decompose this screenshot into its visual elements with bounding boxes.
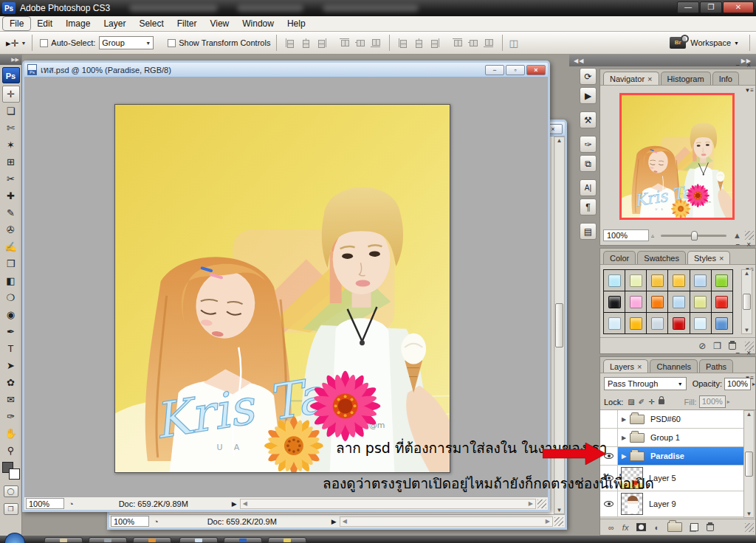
app-maximize-button[interactable]: ❐ (700, 1, 722, 13)
fill-spinner-icon[interactable]: ▸ (727, 398, 730, 405)
bg-doc-horizontal-scrollbar[interactable]: ◀▶ (340, 516, 553, 527)
style-swatch[interactable] (625, 291, 646, 312)
styles-scrollbar[interactable]: ▲▼ (741, 269, 752, 334)
doc-restore-button[interactable]: ▫ (506, 65, 525, 75)
actions-panel-icon[interactable]: ▶ (580, 87, 597, 104)
foreground-background-swatches[interactable] (2, 462, 20, 480)
taskbar-button[interactable] (133, 537, 171, 543)
style-swatch[interactable] (604, 270, 625, 291)
adjustment-layer-icon[interactable]: ◐ (654, 523, 659, 532)
tab-info[interactable]: Info (712, 72, 739, 85)
doc-minimize-button[interactable]: − (485, 65, 504, 75)
style-swatch[interactable] (690, 291, 711, 312)
style-swatch[interactable] (647, 270, 667, 291)
new-style-icon[interactable]: ❐ (713, 341, 721, 351)
tab-paths[interactable]: Paths (699, 359, 733, 373)
style-swatch[interactable] (647, 313, 667, 333)
align-left-icon[interactable] (339, 38, 350, 48)
paragraph-panel-icon[interactable]: ¶ (580, 198, 597, 215)
blur-tool-button[interactable]: ❍ (2, 289, 20, 306)
distribute-vcenter-icon[interactable] (413, 38, 425, 48)
clone-source-panel-icon[interactable]: ⧉ (580, 155, 597, 172)
status-flyout-icon[interactable]: ▶ (229, 500, 240, 508)
expand-arrow-icon[interactable]: ▶ (618, 435, 630, 441)
tool-preset-dropdown-icon[interactable]: ▼ (21, 41, 26, 46)
clear-style-icon[interactable]: ⊘ (698, 341, 706, 351)
panel-close-icon[interactable]: × (746, 241, 753, 249)
auto-select-checkbox[interactable] (40, 39, 48, 47)
style-swatch[interactable] (690, 313, 711, 333)
navigator-zoom-slider[interactable] (661, 235, 726, 237)
tab-styles[interactable]: Styles× (687, 251, 730, 264)
distribute-top-icon[interactable] (398, 38, 409, 48)
doc-horizontal-scrollbar[interactable]: ◀▶ (240, 499, 536, 509)
layer-comps-panel-icon[interactable]: ▤ (580, 223, 597, 240)
auto-align-layers-icon[interactable]: ◫ (509, 38, 518, 49)
slider-thumb[interactable] (691, 231, 698, 241)
doc-zoom-field[interactable]: 100% (26, 498, 64, 509)
document-titlebar[interactable]: เทส.psd @ 100% (Paradise, RGB/8) − ▫ × (24, 63, 548, 77)
distribute-left-icon[interactable] (452, 38, 463, 48)
expand-arrow-icon[interactable]: ▶ (618, 453, 630, 460)
bg-doc-zoom-field[interactable]: 100% (111, 516, 149, 527)
new-layer-icon[interactable] (690, 523, 698, 531)
tab-channels[interactable]: Channels (650, 359, 697, 373)
style-swatch[interactable] (604, 291, 625, 312)
menu-filter[interactable]: Filter (171, 17, 204, 30)
navigator-zoom-field[interactable]: 100% (603, 229, 649, 241)
lock-transparency-icon[interactable]: ▨ (628, 398, 634, 406)
menu-help[interactable]: Help (281, 17, 312, 30)
layer-row-psd60[interactable]: ▶ PSD#60 (600, 410, 745, 429)
tab-color[interactable]: Color (603, 251, 636, 264)
tab-layers[interactable]: Layers× (603, 359, 648, 373)
style-swatch[interactable] (712, 270, 732, 291)
tool-presets-panel-icon[interactable]: ⚒ (580, 111, 597, 128)
panel-minimize-icon[interactable]: − (736, 61, 743, 69)
style-swatch[interactable] (625, 270, 646, 291)
screen-mode-button[interactable]: ❐ (4, 503, 18, 515)
notes-tool-button[interactable]: ✉ (2, 391, 20, 408)
new-group-icon[interactable] (667, 522, 682, 532)
app-minimize-button[interactable]: — (677, 1, 699, 13)
hand-tool-button[interactable]: ✋ (2, 425, 20, 442)
menu-layer[interactable]: Layer (97, 17, 132, 30)
dock-collapse-icon[interactable]: ◀◀ (574, 58, 584, 64)
resize-grip[interactable] (554, 517, 563, 526)
path-selection-tool-button[interactable]: ➤ (2, 357, 20, 374)
doc-close-button[interactable]: × (526, 65, 546, 75)
status-flyout-icon[interactable]: ▶ (329, 518, 340, 525)
link-layers-icon[interactable]: ∞ (608, 523, 614, 532)
tab-swatches[interactable]: Swatches (637, 251, 686, 264)
move-tool-button[interactable]: ✛ (2, 86, 20, 103)
align-bottom-icon[interactable] (316, 38, 327, 48)
eyedropper-tool-button[interactable]: ✑ (2, 408, 20, 425)
style-swatch[interactable] (668, 313, 689, 333)
taskbar-button[interactable] (224, 537, 262, 543)
menu-edit[interactable]: Edit (30, 17, 59, 30)
zoom-out-icon[interactable]: ▵ (651, 232, 654, 239)
panel-close-icon[interactable]: × (746, 61, 753, 69)
workspace-label[interactable]: Workspace (690, 38, 731, 47)
lock-all-icon[interactable] (659, 399, 664, 404)
navigator-proxy-view[interactable] (619, 93, 735, 220)
pen-tool-button[interactable]: ✒ (2, 323, 20, 340)
auto-select-dropdown[interactable]: Group▼ (99, 36, 154, 49)
marquee-tool-button[interactable]: ❏ (2, 103, 20, 120)
delete-style-icon[interactable] (729, 342, 736, 350)
align-top-icon[interactable] (285, 38, 296, 48)
align-right-icon[interactable] (370, 38, 381, 48)
panel-minimize-icon[interactable]: − (736, 349, 743, 357)
crop-tool-button[interactable]: ⊞ (2, 153, 20, 170)
lock-position-icon[interactable]: ✛ (648, 398, 654, 406)
style-swatch[interactable] (647, 291, 667, 312)
zoom-in-icon[interactable]: ▲ (733, 231, 741, 240)
menu-file[interactable]: File (3, 17, 30, 30)
layer-row-paradise[interactable]: ▶ Paradise (600, 447, 745, 466)
taskbar-button[interactable] (268, 537, 306, 543)
layer-row-group1[interactable]: ▶ Group 1 (600, 429, 745, 447)
style-swatch[interactable] (604, 313, 625, 333)
layers-scrollbar[interactable]: ▲▼ (743, 410, 755, 518)
style-swatch[interactable] (712, 291, 732, 312)
panel-resize-grip[interactable] (745, 523, 754, 532)
delete-layer-icon[interactable] (707, 524, 714, 531)
